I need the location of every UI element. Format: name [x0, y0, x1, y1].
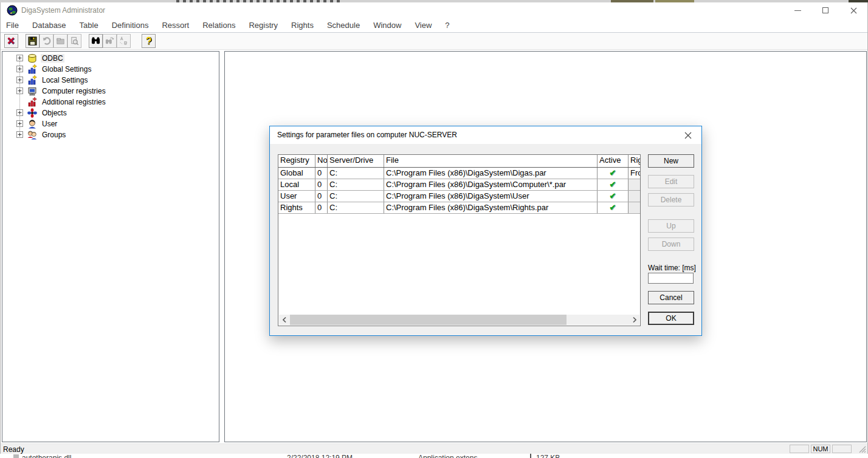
resize-grip-icon[interactable] [858, 445, 866, 453]
toolbar-save-button[interactable] [26, 34, 40, 48]
toolbar-help-button[interactable] [142, 34, 156, 48]
tree-item-global-settings[interactable]: Global Settings [2, 64, 219, 75]
user-icon [27, 119, 37, 129]
menu-item-registry[interactable]: Registry [242, 18, 284, 33]
menu-item-relations[interactable]: Relations [196, 18, 242, 33]
tree-item-odbc[interactable]: ODBC [2, 53, 219, 64]
expand-plus-icon[interactable] [16, 131, 23, 138]
background-file-size: 127 KB [536, 454, 560, 458]
tree-item-user[interactable]: User [2, 118, 219, 129]
menu-item-view[interactable]: View [408, 18, 438, 33]
edit-button[interactable]: Edit [648, 175, 694, 188]
wait-time-input[interactable] [648, 273, 694, 284]
menu-item-help[interactable]: ? [438, 18, 456, 33]
binoculars-icon [91, 36, 100, 46]
background-file-type: Application extens [418, 454, 477, 458]
cell-no: 0 [315, 202, 328, 213]
parameter-files-dialog: Settings for parameter files on computer… [269, 126, 702, 336]
toolbar-find-button[interactable] [89, 34, 103, 48]
scroll-right-button[interactable] [629, 315, 639, 325]
settings-chart-blue-icon [27, 64, 37, 74]
table-row-global[interactable]: Global 0 C: C:\Program Files (x86)\DigaS… [278, 168, 640, 179]
tree-item-local-settings[interactable]: Local Settings [2, 75, 219, 86]
menu-item-definitions[interactable]: Definitions [105, 18, 156, 33]
window-controls [784, 2, 867, 18]
objects-pinwheel-icon [27, 108, 37, 118]
undo-arrow-icon [42, 36, 51, 46]
tree-item-label: Global Settings [41, 65, 92, 73]
up-button[interactable]: Up [648, 219, 694, 233]
column-header-rights[interactable]: Rig [629, 155, 640, 167]
dialog-title: Settings for parameter files on computer… [277, 131, 457, 139]
active-check-icon: ✔ [598, 179, 629, 190]
down-button[interactable]: Down [648, 238, 694, 251]
column-header-registry[interactable]: Registry [278, 155, 315, 167]
cell-registry: User [278, 191, 315, 202]
expand-plus-icon[interactable] [16, 109, 23, 116]
cell-drive: C: [328, 179, 384, 190]
cell-rights: Fro [629, 168, 640, 179]
menu-item-database[interactable]: Database [26, 18, 73, 33]
tree-item-label: ODBC [41, 54, 64, 63]
ok-button[interactable]: OK [648, 312, 694, 325]
scroll-left-button[interactable] [279, 315, 289, 325]
toolbar-delete-button[interactable] [4, 34, 18, 48]
file-icon [13, 454, 19, 458]
tree-item-groups[interactable]: Groups [2, 129, 219, 140]
background-file-name: autotherapis.dll [22, 454, 71, 458]
cell-rights [629, 191, 640, 202]
question-mark-icon [144, 36, 153, 46]
binoculars-arrow-icon [105, 36, 114, 46]
expand-plus-icon[interactable] [16, 120, 23, 127]
delete-button[interactable]: Delete [648, 193, 694, 207]
new-button[interactable]: New [648, 154, 694, 168]
minimize-button[interactable] [784, 2, 811, 18]
tree-item-computer-registries[interactable]: Computer registries [2, 86, 219, 97]
menu-item-schedule[interactable]: Schedule [320, 18, 367, 33]
cell-file: C:\Program Files (x86)\DigaSystem\Rights… [384, 202, 598, 213]
settings-chart-blue-icon [27, 75, 37, 85]
column-header-active[interactable]: Active [598, 155, 629, 167]
menu-item-window[interactable]: Window [367, 18, 408, 33]
toolbar-find-next-button[interactable] [103, 34, 117, 48]
expand-plus-icon[interactable] [16, 87, 23, 94]
expand-plus-icon[interactable] [16, 77, 23, 83]
registry-tree: ODBC Global Settings [2, 53, 219, 140]
status-cell-num: NUM [811, 445, 830, 453]
cell-file: C:\Program Files (x86)\DigaSystem\Digas.… [384, 168, 598, 179]
tree-item-additional-registries[interactable]: Additional registries [2, 97, 219, 108]
tree-item-objects[interactable]: Objects [2, 108, 219, 118]
column-header-server-drive[interactable]: Server/Drive [328, 155, 384, 167]
toolbar-undo-button[interactable] [40, 34, 53, 48]
dialog-close-button[interactable] [680, 129, 697, 142]
close-button[interactable] [839, 2, 867, 18]
background-file-modified: 2/22/2018 12:19 PM [287, 454, 353, 458]
table-row-user[interactable]: User 0 C: C:\Program Files (x86)\DigaSys… [278, 191, 640, 202]
horizontal-scrollbar[interactable] [279, 315, 639, 325]
maximize-button[interactable] [811, 2, 839, 18]
table-row-rights[interactable]: Rights 0 C: C:\Program Files (x86)\DigaS… [278, 202, 640, 214]
screen: DigaSystem Administrator File Database T… [0, 0, 868, 458]
toolbar-replace-button[interactable] [117, 34, 131, 48]
expand-plus-icon[interactable] [16, 55, 23, 61]
menu-item-ressort[interactable]: Ressort [155, 18, 196, 33]
cell-no: 0 [315, 179, 328, 190]
column-header-no[interactable]: No [315, 155, 328, 167]
cancel-button[interactable]: Cancel [648, 291, 694, 304]
page-magnifier-icon [70, 36, 79, 46]
menu-item-rights[interactable]: Rights [284, 18, 320, 33]
scrollbar-thumb[interactable] [290, 315, 567, 325]
toolbar-stamp-button[interactable] [53, 34, 67, 48]
menu-item-table[interactable]: Table [73, 18, 105, 33]
cell-file: C:\Program Files (x86)\DigaSystem\User [384, 191, 598, 202]
cell-registry: Rights [278, 202, 315, 213]
app-globe-icon [7, 5, 18, 16]
cell-registry: Global [278, 168, 315, 179]
maximize-icon [822, 7, 828, 13]
expand-plus-icon[interactable] [16, 66, 23, 72]
table-row-local[interactable]: Local 0 C: C:\Program Files (x86)\DigaSy… [278, 179, 640, 191]
menu-item-file[interactable]: File [1, 18, 26, 33]
toolbar-preview-button[interactable] [67, 34, 81, 48]
column-header-file[interactable]: File [384, 155, 598, 167]
table-header-row: Registry No Server/Drive File Active Rig [278, 155, 640, 168]
